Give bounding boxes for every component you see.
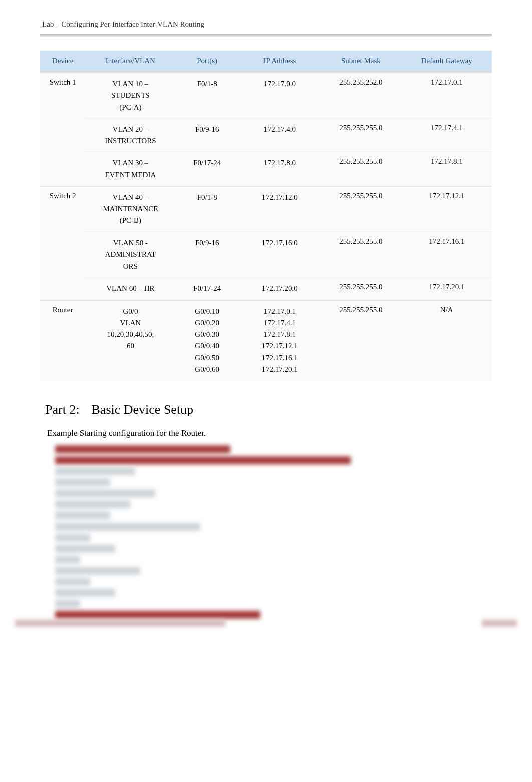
section-partnum: Part 2: [45,402,88,417]
cell-interface: VLAN 40 – MAINTENANCE (PC-B) [85,186,175,232]
cell-ports: G0/0.10 G0/0.20 G0/0.30 G0/0.40 G0/0.50 … [176,300,239,381]
table-row: VLAN 50 - ADMINISTRAT ORSF0/9-16172.17.1… [40,232,492,278]
table-row: Switch 1VLAN 10 – STUDENTS (PC-A)F0/1-81… [40,72,492,118]
cell-ports: F0/1-8 [176,72,239,118]
cell-ip: 172.17.0.0 [239,72,320,118]
cell-gateway: N/A [402,300,492,381]
cell-mask: 255.255.255.0 [320,277,401,299]
header-rule [40,34,492,37]
cell-gateway: 172.17.16.1 [402,232,492,278]
cell-interface: VLAN 50 - ADMINISTRAT ORS [85,232,175,278]
table-row: RouterG0/0 VLAN 10,20,30,40,50, 60G0/0.1… [40,300,492,381]
cell-ip: 172.17.8.0 [239,152,320,186]
cell-interface: VLAN 20 – INSTRUCTORS [85,118,175,152]
cell-interface: G0/0 VLAN 10,20,30,40,50, 60 [85,300,175,381]
cell-ports: F0/17-24 [176,277,239,299]
cell-device: Router [40,300,85,381]
obscured-line [55,523,200,531]
obscured-line [55,567,140,575]
obscured-line [55,445,230,453]
obscured-line [55,611,260,619]
cell-ports: F0/1-8 [176,186,239,232]
cell-mask: 255.255.255.0 [320,186,401,232]
table-row: VLAN 30 – EVENT MEDIAF0/17-24172.17.8.02… [40,152,492,186]
cell-interface: VLAN 60 – HR [85,277,175,299]
table-header-row: Device Interface/VLAN Port(s) IP Address… [40,51,492,72]
obscured-line [55,511,110,519]
cell-gateway: 172.17.8.1 [402,152,492,186]
cell-ports: F0/9-16 [176,232,239,278]
cell-mask: 255.255.255.0 [320,118,401,152]
lab-title: Lab – Configuring Per-Interface Inter-VL… [42,20,204,28]
cell-ip: 172.17.4.0 [239,118,320,152]
col-iface: Interface/VLAN [85,51,175,72]
cell-gateway: 172.17.12.1 [402,186,492,232]
cell-ip: 172.17.12.0 [239,186,320,232]
obscured-line [55,456,351,464]
cell-gateway: 172.17.4.1 [402,118,492,152]
addressing-table: Device Interface/VLAN Port(s) IP Address… [40,51,492,380]
obscured-line [55,600,80,608]
cell-device: Switch 2 [40,186,85,232]
page-header: Lab – Configuring Per-Interface Inter-VL… [15,20,517,32]
obscured-line [55,478,110,486]
footer-right-blur [482,620,517,627]
cell-device [40,277,85,299]
cell-interface: VLAN 10 – STUDENTS (PC-A) [85,72,175,118]
obscured-line [55,489,155,497]
cell-mask: 255.255.255.0 [320,152,401,186]
obscured-content [55,445,485,619]
cell-device: Switch 1 [40,72,85,118]
obscured-line [55,589,115,597]
footer-left-blur [15,620,225,627]
cell-device [40,232,85,278]
cell-ip: 172.17.0.1 172.17.4.1 172.17.8.1 172.17.… [239,300,320,381]
cell-device [40,118,85,152]
obscured-line [55,534,90,542]
obscured-line [55,545,115,553]
page-footer [15,620,517,627]
col-device: Device [40,51,85,72]
cell-ip: 172.17.16.0 [239,232,320,278]
col-gateway: Default Gateway [402,51,492,72]
section-heading: Part 2: Basic Device Setup [45,402,517,417]
col-ip: IP Address [239,51,320,72]
cell-mask: 255.255.255.0 [320,300,401,381]
cell-interface: VLAN 30 – EVENT MEDIA [85,152,175,186]
col-mask: Subnet Mask [320,51,401,72]
col-ports: Port(s) [176,51,239,72]
cell-ip: 172.17.20.0 [239,277,320,299]
example-intro: Example Starting configuration for the R… [47,428,517,438]
cell-ports: F0/17-24 [176,152,239,186]
table-row: VLAN 60 – HRF0/17-24172.17.20.0255.255.2… [40,277,492,299]
obscured-line [55,500,130,508]
obscured-line [55,578,90,586]
cell-device [40,152,85,186]
cell-ports: F0/9-16 [176,118,239,152]
cell-mask: 255.255.255.0 [320,232,401,278]
section-title: Basic Device Setup [92,402,194,417]
obscured-line [55,467,135,475]
cell-mask: 255.255.252.0 [320,72,401,118]
obscured-line [55,556,80,564]
table-row: Switch 2VLAN 40 – MAINTENANCE (PC-B)F0/1… [40,186,492,232]
cell-gateway: 172.17.0.1 [402,72,492,118]
cell-gateway: 172.17.20.1 [402,277,492,299]
table-row: VLAN 20 – INSTRUCTORSF0/9-16172.17.4.025… [40,118,492,152]
